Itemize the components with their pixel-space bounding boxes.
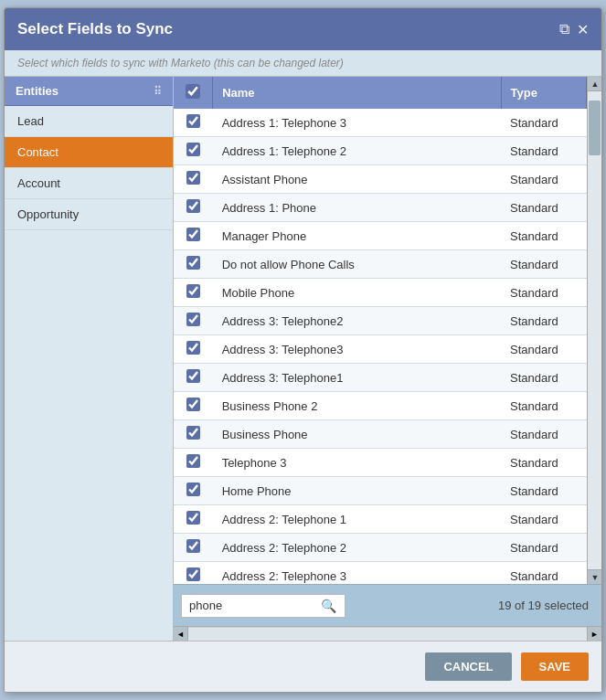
row-checkbox[interactable] (186, 483, 200, 496)
row-checkbox-cell[interactable] (174, 420, 213, 449)
header-icons: ⧉ ✕ (559, 21, 589, 38)
table-row: Home PhoneStandard (174, 477, 587, 505)
row-name: Assistant Phone (213, 165, 501, 194)
row-type: Standard (501, 392, 586, 420)
row-name: Address 1: Telephone 2 (213, 137, 501, 165)
select-all-column[interactable] (174, 77, 213, 109)
row-type: Standard (501, 137, 586, 165)
row-name: Telephone 3 (213, 449, 501, 477)
scroll-down-button[interactable]: ▼ (588, 569, 601, 584)
scroll-left-button[interactable]: ◄ (174, 627, 188, 642)
drag-handle-icon: ⠿ (154, 85, 162, 98)
row-type: Standard (501, 534, 586, 562)
table-row: Manager PhoneStandard (174, 222, 587, 250)
select-all-checkbox[interactable] (186, 84, 200, 99)
sidebar-item-label: Lead (17, 114, 44, 128)
table-body: Address 1: Telephone 3StandardAddress 1:… (174, 109, 587, 584)
close-icon[interactable]: ✕ (577, 21, 589, 38)
row-name: Address 3: Telephone1 (213, 364, 501, 392)
row-checkbox[interactable] (186, 369, 200, 383)
sidebar-item-account[interactable]: Account (5, 168, 173, 199)
row-checkbox-cell[interactable] (174, 194, 213, 222)
subtitle-main: Select which fields to sync with Marketo (17, 57, 210, 69)
row-name: Address 2: Telephone 1 (213, 505, 501, 534)
table-row: Mobile PhoneStandard (174, 279, 587, 307)
right-scrollbar[interactable]: ▲ ▼ (587, 77, 601, 584)
table-row: Do not allow Phone CallsStandard (174, 250, 587, 279)
table-row: Address 3: Telephone1Standard (174, 364, 587, 392)
row-checkbox[interactable] (186, 284, 200, 298)
table-header-row: Name Type (174, 77, 587, 109)
row-type: Standard (501, 165, 586, 194)
fields-table: Name Type Address 1: Telephone 3Standard… (174, 77, 587, 584)
scroll-up-button[interactable]: ▲ (588, 77, 601, 91)
row-checkbox[interactable] (186, 341, 200, 355)
sidebar: Entities ⠿ Lead Contact Account Opportun… (5, 77, 174, 641)
name-column-header: Name (213, 77, 501, 109)
row-checkbox[interactable] (186, 228, 200, 241)
row-checkbox-cell[interactable] (174, 307, 213, 335)
row-name: Do not allow Phone Calls (213, 250, 501, 279)
scroll-right-button[interactable]: ► (587, 627, 601, 642)
search-input[interactable] (189, 599, 317, 612)
row-type: Standard (501, 420, 586, 449)
row-type: Standard (501, 477, 586, 505)
row-checkbox-cell[interactable] (174, 250, 213, 279)
type-column-header: Type (501, 77, 586, 109)
row-checkbox-cell[interactable] (174, 165, 213, 194)
search-box[interactable]: 🔍 (181, 594, 346, 618)
save-button[interactable]: SAVE (521, 652, 589, 681)
table-row: Business Phone 2Standard (174, 392, 587, 420)
dialog-subtitle: Select which fields to sync with Marketo… (5, 50, 601, 77)
row-checkbox[interactable] (186, 114, 200, 128)
row-checkbox-cell[interactable] (174, 137, 213, 165)
row-checkbox[interactable] (186, 313, 200, 326)
row-type: Standard (501, 562, 586, 585)
row-checkbox[interactable] (186, 199, 200, 213)
sidebar-item-opportunity[interactable]: Opportunity (5, 199, 173, 230)
sidebar-header: Entities ⠿ (5, 77, 173, 106)
row-checkbox-cell[interactable] (174, 449, 213, 477)
cancel-button[interactable]: CANCEL (425, 652, 511, 681)
row-type: Standard (501, 505, 586, 534)
row-checkbox-cell[interactable] (174, 364, 213, 392)
bottom-scrollbar[interactable]: ◄ ► (174, 626, 601, 641)
row-checkbox-cell[interactable] (174, 335, 213, 364)
row-checkbox[interactable] (186, 398, 200, 411)
search-icon: 🔍 (321, 599, 336, 613)
row-checkbox[interactable] (186, 567, 200, 581)
row-name: Home Phone (213, 477, 501, 505)
row-checkbox-cell[interactable] (174, 505, 213, 534)
table-row: Address 1: Telephone 2Standard (174, 137, 587, 165)
row-checkbox[interactable] (186, 511, 200, 525)
row-checkbox-cell[interactable] (174, 222, 213, 250)
row-checkbox[interactable] (186, 426, 200, 440)
row-checkbox-cell[interactable] (174, 477, 213, 505)
row-checkbox-cell[interactable] (174, 392, 213, 420)
row-name: Address 3: Telephone3 (213, 335, 501, 364)
row-checkbox[interactable] (186, 454, 200, 468)
row-type: Standard (501, 307, 586, 335)
row-checkbox-cell[interactable] (174, 279, 213, 307)
sidebar-item-contact[interactable]: Contact (5, 137, 173, 168)
row-checkbox-cell[interactable] (174, 109, 213, 137)
sidebar-item-label: Account (17, 176, 60, 190)
row-checkbox[interactable] (186, 256, 200, 270)
row-type: Standard (501, 194, 586, 222)
row-name: Mobile Phone (213, 279, 501, 307)
row-checkbox[interactable] (186, 171, 200, 185)
table-wrapper[interactable]: Name Type Address 1: Telephone 3Standard… (174, 77, 587, 584)
row-checkbox[interactable] (186, 539, 200, 553)
row-type: Standard (501, 250, 586, 279)
row-checkbox-cell[interactable] (174, 562, 213, 585)
row-type: Standard (501, 364, 586, 392)
sidebar-title: Entities (16, 84, 58, 98)
row-name: Manager Phone (213, 222, 501, 250)
restore-icon[interactable]: ⧉ (559, 21, 569, 37)
table-row: Address 2: Telephone 1Standard (174, 505, 587, 534)
row-checkbox[interactable] (186, 143, 200, 156)
sidebar-item-lead[interactable]: Lead (5, 106, 173, 137)
row-type: Standard (501, 222, 586, 250)
row-checkbox-cell[interactable] (174, 534, 213, 562)
table-row: Address 3: Telephone3Standard (174, 335, 587, 364)
